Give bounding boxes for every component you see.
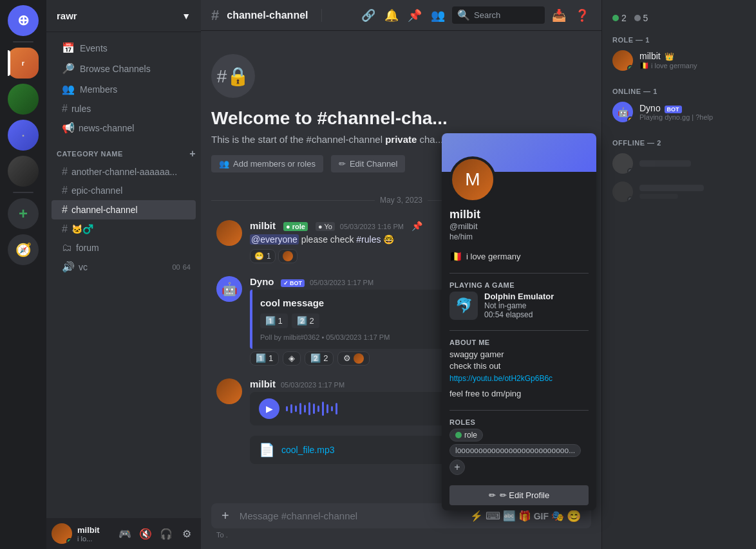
server-icon-3[interactable]: ▪ <box>8 120 39 151</box>
add-server[interactable]: + <box>8 198 39 229</box>
edit-channel-label: Edit Channel <box>350 159 397 169</box>
pin-icon[interactable]: 📌 <box>406 6 424 24</box>
big-reaction-3[interactable]: 2️⃣ 2 <box>305 351 334 366</box>
explore-icon[interactable]: 🧭 <box>8 234 39 265</box>
edit-profile-icon: ✏ <box>489 490 496 500</box>
green-dot: 2 <box>612 13 627 23</box>
channel-news[interactable]: 📢 news-channel <box>52 118 196 137</box>
profile-divider-3 <box>449 410 589 411</box>
headset-icon[interactable]: 🎧 <box>157 525 175 543</box>
offline-name-1 <box>639 160 691 167</box>
server-header[interactable]: rawr ▼ <box>46 0 201 32</box>
channel-epic[interactable]: # epic-channel <box>52 181 196 200</box>
big-reaction-2[interactable]: ◈ <box>283 351 301 366</box>
add-members-button[interactable]: 👥 Add members or roles <box>211 155 323 172</box>
member-dyno-info: Dyno BOT Playing dyno.gg | ?help <box>639 103 746 121</box>
about-text-1: swaggy gamer <box>449 349 589 360</box>
big-reaction-4-icon2 <box>354 353 364 364</box>
big-reaction-1[interactable]: 1️⃣ 1 <box>250 351 279 366</box>
profile-username: milbit <box>449 208 589 221</box>
add-channel-icon[interactable]: + <box>189 148 196 160</box>
search-bar[interactable]: 🔍 <box>452 6 545 24</box>
role-section-header: ROLE — 1 <box>607 31 751 46</box>
user-area: milbit i lo... 🎮 🔇 🎧 ⚙ <box>46 518 201 549</box>
server-4[interactable] <box>8 156 39 187</box>
sidebar-item-events[interactable]: 📅 Events <box>52 38 196 58</box>
channel-another[interactable]: # another-channel-aaaaaa... <box>52 163 196 181</box>
reaction-smile[interactable]: 😁 1 <box>250 249 276 263</box>
channel-rules[interactable]: # rules <box>52 100 196 118</box>
category-name-header[interactable]: CATEGORY NAME + <box>46 138 201 162</box>
notification-icon[interactable]: 🔔 <box>383 6 401 24</box>
everyone-mention: @everyone <box>250 234 299 245</box>
reaction-avatar[interactable] <box>278 249 298 263</box>
about-text-2: check this out <box>449 360 589 372</box>
sidebar-menu: 📅 Events 🔎 Browse Channels 👥 Members # r… <box>46 32 201 518</box>
embed-reaction-2[interactable]: 2️⃣ 2 <box>292 313 319 328</box>
message-author-milbit-2[interactable]: milbit <box>250 378 276 389</box>
embed-reaction-1[interactable]: 1️⃣ 1 <box>260 313 288 328</box>
offline-member-2[interactable] <box>607 178 751 206</box>
dyno-name: Dyno BOT <box>639 103 746 113</box>
vc-badge-1: 00 <box>173 263 180 271</box>
member-milbit[interactable]: milbit 👑 🇧🇪 i love germany <box>607 46 751 75</box>
active-pill <box>8 50 10 76</box>
offline-member-1[interactable] <box>607 149 751 178</box>
add-attachment-icon[interactable]: + <box>222 503 229 528</box>
add-members-label: Add members or roles <box>233 159 316 169</box>
deafen-icon[interactable]: 🔇 <box>137 525 155 543</box>
channel-vc[interactable]: 🔊 vc 00 64 <box>52 257 196 276</box>
bot-badge-verified: ✓ BOT <box>281 279 305 287</box>
sidebar-item-browse-channels[interactable]: 🔎 Browse Channels <box>52 59 196 79</box>
channel-cat-emoji[interactable]: # 🐱‍♂️ <box>52 220 196 238</box>
message-author-dyno[interactable]: Dyno <box>250 276 274 287</box>
settings-icon[interactable]: ⚙ <box>180 203 191 216</box>
file-name[interactable]: cool_file.mp3 <box>281 445 335 455</box>
thread-icon[interactable]: 🔗 <box>359 6 377 24</box>
channel-channel-channel[interactable]: # channel-channel 👤 ⚙ <box>52 200 196 219</box>
microphone-icon[interactable]: 🎮 <box>116 525 134 543</box>
settings-user-icon[interactable]: ⚙ <box>178 525 196 543</box>
user-avatar[interactable] <box>52 523 72 544</box>
about-link[interactable]: https://youtu.be/otH2kGp6B6c <box>449 373 589 384</box>
voice-icon: 🔊 <box>62 261 75 273</box>
discord-home[interactable]: ⊕ <box>8 5 39 36</box>
add-server-icon[interactable]: + <box>8 198 39 229</box>
member-dyno[interactable]: 🤖 Dyno BOT Playing dyno.gg | ?help <box>607 98 751 126</box>
channel-hash-icon-5: # <box>62 223 68 235</box>
search-input[interactable] <box>474 10 538 20</box>
edit-profile-button[interactable]: ✏ ✏ Edit Profile <box>449 485 589 505</box>
discord-icon[interactable]: ⊕ <box>8 5 39 36</box>
milbit-status-dot <box>627 65 633 71</box>
message-avatar-dyno[interactable]: 🤖 <box>216 276 242 302</box>
explore-servers[interactable]: 🧭 <box>8 234 39 265</box>
add-role-button[interactable]: + <box>449 460 465 475</box>
message-avatar-milbit[interactable] <box>216 220 242 246</box>
search-icon: 🔍 <box>457 9 470 21</box>
server-icon-2[interactable] <box>8 84 39 115</box>
server-2[interactable] <box>8 84 39 115</box>
message-avatar-milbit-2[interactable] <box>216 378 242 404</box>
about-me-text: swaggy gamer check this out https://yout… <box>449 349 589 400</box>
edit-channel-button[interactable]: ✏ Edit Channel <box>331 155 405 172</box>
server-3[interactable]: ▪ <box>8 120 39 151</box>
big-reaction-4[interactable]: ⚙ <box>337 351 370 366</box>
pin-message-icon: 📌 <box>411 221 422 231</box>
about-text-3: feel free to dm/ping <box>449 388 589 400</box>
message-author-milbit[interactable]: milbit <box>250 220 276 231</box>
server-icon-rawr[interactable]: r <box>8 48 39 79</box>
sidebar-item-members[interactable]: 👥 Members <box>52 79 196 99</box>
profile-avatar[interactable]: M <box>449 156 496 203</box>
rules-mention[interactable]: #rules <box>356 234 381 245</box>
help-icon[interactable]: ❓ <box>573 6 591 24</box>
add-member-header-icon[interactable]: 👥 <box>429 6 447 24</box>
play-button[interactable]: ▶ <box>259 398 279 419</box>
message-input[interactable] <box>234 503 465 528</box>
gray-dot: 5 <box>634 13 648 23</box>
server-rawr[interactable]: r <box>8 48 39 79</box>
server-icon-4[interactable] <box>8 156 39 187</box>
inbox-icon[interactable]: 📥 <box>550 6 568 24</box>
offline-count: 5 <box>643 13 648 23</box>
add-member-icon[interactable]: 👤 <box>165 203 178 216</box>
channel-forum[interactable]: 🗂 forum <box>52 239 196 257</box>
